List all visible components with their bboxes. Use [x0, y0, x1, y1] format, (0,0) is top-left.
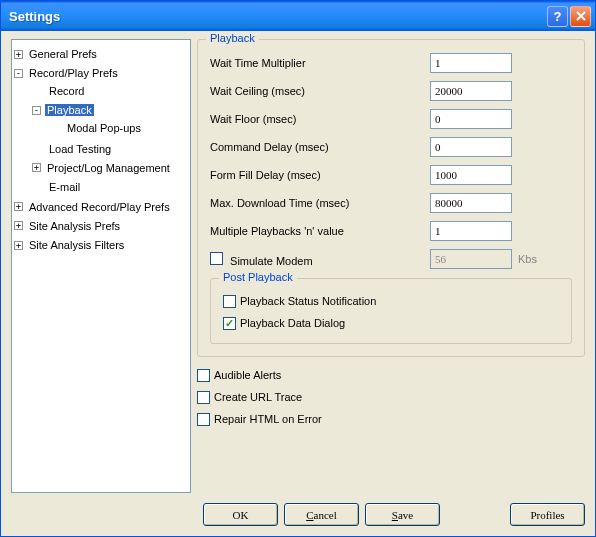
tree-panel: +General Prefs -Record/Play Prefs Record…: [11, 39, 191, 493]
status-notif-label: Playback Status Notification: [240, 295, 376, 307]
sim-modem-label: Simulate Modem: [230, 255, 313, 267]
profiles-button[interactable]: Profiles: [510, 503, 585, 526]
wait-floor-label: Wait Floor (msec): [210, 113, 430, 125]
sim-modem-input: [430, 249, 512, 269]
form-panel: Playback Wait Time Multiplier Wait Ceili…: [197, 39, 585, 493]
wait-ceil-input[interactable]: [430, 81, 512, 101]
playback-group-title: Playback: [206, 32, 259, 44]
audible-label: Audible Alerts: [214, 369, 281, 381]
close-button[interactable]: [570, 6, 591, 27]
collapse-icon[interactable]: -: [32, 106, 41, 115]
wait-floor-input[interactable]: [430, 109, 512, 129]
url-trace-label: Create URL Trace: [214, 391, 302, 403]
max-dl-input[interactable]: [430, 193, 512, 213]
tree-item-sitefilters[interactable]: Site Analysis Filters: [27, 239, 126, 251]
window-title: Settings: [9, 9, 547, 24]
tree-item-advanced[interactable]: Advanced Record/Play Prefs: [27, 201, 172, 213]
expand-icon[interactable]: +: [14, 202, 23, 211]
settings-window: Settings ? +General Prefs -Record/Play P…: [0, 0, 596, 537]
expand-icon[interactable]: +: [14, 221, 23, 230]
max-dl-label: Max. Download Time (msec): [210, 197, 430, 209]
expand-icon[interactable]: +: [14, 50, 23, 59]
data-dialog-checkbox[interactable]: [223, 317, 236, 330]
help-button[interactable]: ?: [547, 6, 568, 27]
audible-checkbox[interactable]: [197, 369, 210, 382]
multi-play-input[interactable]: [430, 221, 512, 241]
wait-mult-input[interactable]: [430, 53, 512, 73]
playback-group: Playback Wait Time Multiplier Wait Ceili…: [197, 39, 585, 357]
tree-item-general[interactable]: General Prefs: [27, 48, 99, 60]
repair-label: Repair HTML on Error: [214, 413, 322, 425]
form-fill-input[interactable]: [430, 165, 512, 185]
repair-checkbox[interactable]: [197, 413, 210, 426]
multi-play-label: Multiple Playbacks 'n' value: [210, 225, 430, 237]
close-icon: [576, 11, 586, 21]
post-playback-title: Post Playback: [219, 271, 297, 283]
tree-item-playback[interactable]: Playback: [45, 104, 94, 116]
tree-item-email[interactable]: E-mail: [47, 181, 82, 193]
tree-item-recordplay[interactable]: Record/Play Prefs: [27, 67, 120, 79]
tree-item-loadtest[interactable]: Load Testing: [47, 143, 113, 155]
tree-item-modal[interactable]: Modal Pop-ups: [65, 122, 143, 134]
cmd-delay-label: Command Delay (msec): [210, 141, 430, 153]
sim-modem-unit: Kbs: [518, 253, 537, 265]
ok-button[interactable]: OK: [203, 503, 278, 526]
sim-modem-checkbox[interactable]: [210, 252, 223, 265]
wait-mult-label: Wait Time Multiplier: [210, 57, 430, 69]
expand-icon[interactable]: +: [32, 163, 41, 172]
save-button[interactable]: Save: [365, 503, 440, 526]
tree-item-siteprefs[interactable]: Site Analysis Prefs: [27, 220, 122, 232]
cancel-button[interactable]: Cancel: [284, 503, 359, 526]
data-dialog-label: Playback Data Dialog: [240, 317, 345, 329]
status-notif-checkbox[interactable]: [223, 295, 236, 308]
titlebar: Settings ?: [1, 1, 595, 31]
button-bar: OK Cancel Save Profiles: [1, 499, 595, 536]
tree-item-projlog[interactable]: Project/Log Management: [45, 162, 172, 174]
form-fill-label: Form Fill Delay (msec): [210, 169, 430, 181]
url-trace-checkbox[interactable]: [197, 391, 210, 404]
wait-ceil-label: Wait Ceiling (msec): [210, 85, 430, 97]
post-playback-group: Post Playback Playback Status Notificati…: [210, 278, 572, 344]
collapse-icon[interactable]: -: [14, 69, 23, 78]
cmd-delay-input[interactable]: [430, 137, 512, 157]
tree-item-record[interactable]: Record: [47, 85, 86, 97]
expand-icon[interactable]: +: [14, 241, 23, 250]
